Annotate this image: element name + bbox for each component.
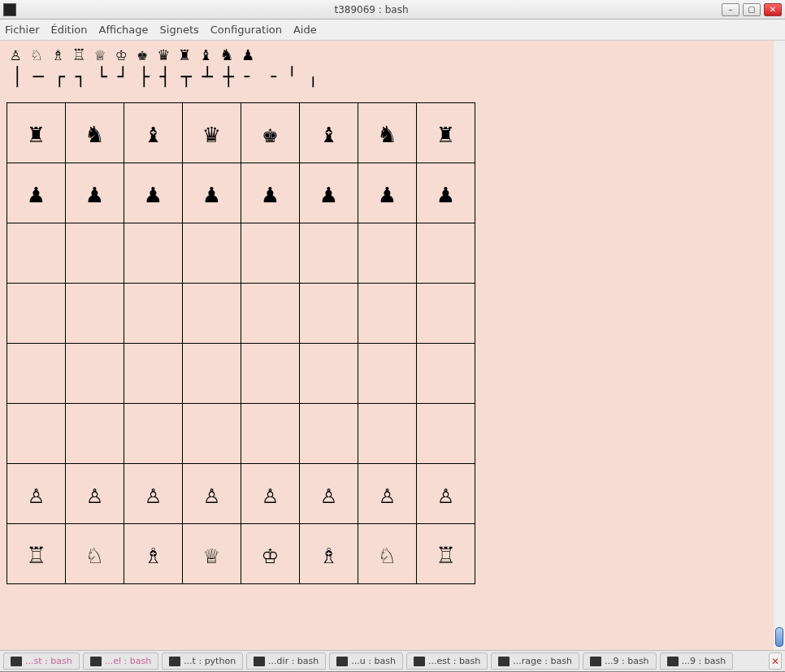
board-cell: ♟ xyxy=(66,163,124,223)
board-cell xyxy=(300,344,358,404)
board-cell xyxy=(183,284,241,344)
close-tab-button[interactable]: ✕ xyxy=(769,652,782,670)
boxdraw-glyph: ╴ xyxy=(239,68,260,86)
terminal-tab[interactable]: ...dir : bash xyxy=(246,652,326,670)
board-cell xyxy=(300,223,358,284)
legend-piece: ♜ xyxy=(176,46,193,63)
terminal-tab[interactable]: ...9 : bash xyxy=(583,652,657,670)
menu-aide[interactable]: Aide xyxy=(293,24,317,36)
terminal-icon xyxy=(336,657,348,666)
terminal-tab[interactable]: ...est : bash xyxy=(406,652,488,670)
terminal-tab[interactable]: ...el : bash xyxy=(83,652,158,670)
legend-piece: ♘ xyxy=(28,46,46,63)
board-cell xyxy=(241,404,300,464)
board-cell: ♟ xyxy=(7,163,66,223)
board-cell xyxy=(66,404,124,464)
board-cell: ♟ xyxy=(417,163,475,223)
board-cell xyxy=(358,223,417,284)
tab-bar: ...st : bash...el : bash...t : python...… xyxy=(0,650,785,671)
board-cell: ♝ xyxy=(124,103,183,163)
menu-edition[interactable]: Édition xyxy=(51,24,88,36)
legend-piece: ♟ xyxy=(239,46,257,63)
terminal-content[interactable]: ♙♘♗♖♕♔♚♛♜♝♞♟ │─┌┐└┘├┤┬┴┼╴╶╵╷ ♜♞♝♛♚♝♞♜♟♟♟… xyxy=(0,41,774,650)
legend-piece: ♚ xyxy=(133,46,151,63)
board-cell xyxy=(7,284,66,344)
board-cell xyxy=(417,223,475,284)
scrollbar-thumb[interactable] xyxy=(775,627,783,647)
boxdraw-glyph: ╷ xyxy=(302,68,323,86)
tab-label: ...t : python xyxy=(184,656,236,666)
legend-piece: ♕ xyxy=(91,46,109,63)
tab-label: ...rage : bash xyxy=(513,656,572,666)
board-cell: ♖ xyxy=(417,524,475,584)
tab-label: ...est : bash xyxy=(428,656,480,666)
legend-piece: ♝ xyxy=(197,46,215,63)
board-cell xyxy=(241,284,300,344)
board-cell: ♝ xyxy=(300,103,358,163)
menu-affichage[interactable]: Affichage xyxy=(98,24,148,36)
board-cell: ♖ xyxy=(7,524,66,584)
board-row: ♟♟♟♟♟♟♟♟ xyxy=(7,163,475,223)
terminal-tab[interactable]: ...u : bash xyxy=(329,652,403,670)
board-cell xyxy=(183,223,241,284)
board-cell xyxy=(358,284,417,344)
legend-piece: ♙ xyxy=(7,46,24,63)
board-cell: ♙ xyxy=(7,464,66,524)
menu-fichier[interactable]: Fichier xyxy=(5,24,40,36)
menu-configuration[interactable]: Configuration xyxy=(210,24,282,36)
board-cell: ♘ xyxy=(358,524,417,584)
board-cell xyxy=(183,404,241,464)
boxdraw-glyph: ├ xyxy=(133,68,154,86)
terminal-icon xyxy=(590,657,601,666)
boxdraw-glyph: ┼ xyxy=(218,68,239,86)
board-cell: ♚ xyxy=(241,103,300,163)
board-cell xyxy=(183,344,241,404)
board-cell: ♔ xyxy=(241,524,300,584)
terminal-icon xyxy=(90,657,102,666)
legend-piece: ♗ xyxy=(49,46,67,63)
board-cell: ♛ xyxy=(183,103,241,163)
board-cell xyxy=(417,284,475,344)
board-cell: ♜ xyxy=(7,103,66,163)
board-cell xyxy=(66,344,124,404)
content-wrap: ♙♘♗♖♕♔♚♛♜♝♞♟ │─┌┐└┘├┤┬┴┼╴╶╵╷ ♜♞♝♛♚♝♞♜♟♟♟… xyxy=(0,41,785,650)
boxdraw-glyph: ┐ xyxy=(70,68,91,86)
board-cell xyxy=(124,344,183,404)
terminal-tab[interactable]: ...st : bash xyxy=(3,652,80,670)
board-cell xyxy=(358,344,417,404)
boxdraw-glyph: ┌ xyxy=(49,68,70,86)
boxdraw-glyph: ┬ xyxy=(176,68,197,86)
boxdraw-legend-row: │─┌┐└┘├┤┬┴┼╴╶╵╷ xyxy=(7,68,767,86)
board-cell: ♙ xyxy=(241,464,300,524)
window-buttons: – ▢ ✕ xyxy=(722,3,782,16)
menu-signets[interactable]: Signets xyxy=(160,24,199,36)
board-row: ♙♙♙♙♙♙♙♙ xyxy=(7,464,475,524)
minimize-button[interactable]: – xyxy=(722,3,739,16)
maximize-button[interactable]: ▢ xyxy=(743,3,761,16)
board-cell xyxy=(124,404,183,464)
window-title: t389069 : bash xyxy=(21,4,722,15)
legend-piece: ♞ xyxy=(218,46,236,63)
terminal-tab[interactable]: ...t : python xyxy=(162,652,243,670)
board-row xyxy=(7,284,475,344)
tab-label: ...st : bash xyxy=(25,656,72,666)
boxdraw-glyph: ┤ xyxy=(154,68,176,86)
terminal-icon xyxy=(498,657,510,666)
board-row: ♜♞♝♛♚♝♞♜ xyxy=(7,103,475,163)
boxdraw-glyph: ┴ xyxy=(197,68,218,86)
legend-piece: ♖ xyxy=(70,46,88,63)
tab-label: ...u : bash xyxy=(351,656,396,666)
legend-piece: ♔ xyxy=(112,46,130,63)
terminal-tab[interactable]: ...9 : bash xyxy=(660,652,734,670)
vertical-scrollbar[interactable] xyxy=(774,41,785,650)
terminal-tab[interactable]: ...rage : bash xyxy=(491,652,579,670)
tab-label: ...9 : bash xyxy=(682,656,726,666)
board-cell: ♟ xyxy=(358,163,417,223)
board-cell: ♟ xyxy=(241,163,300,223)
board-cell: ♜ xyxy=(417,103,475,163)
titlebar: t389069 : bash – ▢ ✕ xyxy=(0,0,785,20)
board-cell: ♞ xyxy=(358,103,417,163)
close-button[interactable]: ✕ xyxy=(764,3,782,16)
board-row: ♖♘♗♕♔♗♘♖ xyxy=(7,524,475,584)
board-cell: ♗ xyxy=(300,524,358,584)
